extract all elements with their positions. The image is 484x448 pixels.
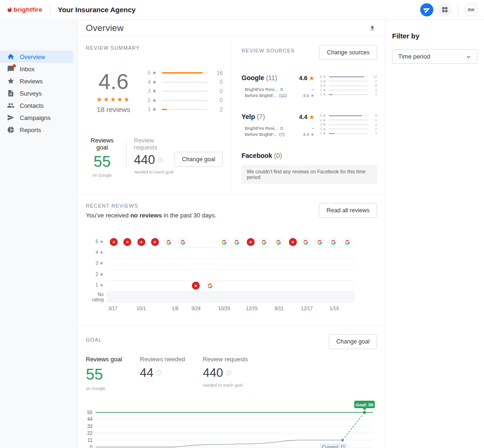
reviews-goal-stat: Reviews goal 55 on Google	[86, 137, 119, 178]
goal-stat-number: 55	[86, 366, 103, 383]
recent-reviews-chart: 5 ★4 ★3 ★2 ★1 ★No rating✳✳✳✳✳✳✳3/1710/11…	[86, 237, 377, 314]
sources-list: Google (11)4.6 ★BrightFire Revi...0–Befo…	[242, 74, 377, 184]
star-icon: ★	[103, 96, 110, 103]
google-review-icon[interactable]	[206, 282, 214, 290]
goal-stats: Reviews goal55on GoogleReviews needed44?…	[86, 356, 377, 391]
yelp-review-icon[interactable]: ✳	[123, 238, 131, 246]
google-review-icon[interactable]	[260, 238, 268, 246]
mini-bar-row: 3 ★0	[320, 83, 377, 88]
rr-x-tick: 12/15	[246, 306, 257, 311]
google-review-icon[interactable]	[329, 238, 337, 246]
goal-stat-value: 44?	[140, 366, 185, 380]
send-campaign-button[interactable]	[420, 3, 433, 16]
mini-bar-value: 0	[371, 79, 377, 83]
subrow-label: BrightFire Revi...	[245, 126, 278, 131]
sidebar-item-label: Reports	[20, 127, 41, 134]
mini-bar-value: 1	[371, 92, 377, 97]
goal-stat-sublabel: on Google	[86, 386, 122, 391]
google-review-icon[interactable]	[275, 238, 283, 246]
sidebar-item-surveys[interactable]: Surveys	[0, 87, 73, 99]
rating-bar-track	[162, 109, 208, 110]
goal-stat-value: 55	[86, 366, 122, 383]
rating-bar-track	[162, 82, 208, 83]
star-icon: ★	[110, 96, 117, 103]
google-review-icon[interactable]	[179, 238, 187, 246]
mini-bar-track	[329, 115, 368, 116]
filter-panel: Filter by Time period	[386, 20, 484, 448]
goal-stat-1: Reviews needed44?	[140, 356, 185, 391]
rating-bar-row: 2 ★0	[148, 96, 223, 105]
google-review-icon[interactable]	[302, 238, 310, 246]
star-icon: ★	[310, 93, 314, 98]
source-name-row: Yelp (7)4.4 ★	[242, 113, 314, 120]
rr-row-label: 4 ★	[86, 250, 104, 255]
help-icon[interactable]: ?	[156, 370, 161, 375]
yelp-review-icon[interactable]: ✳	[151, 238, 159, 246]
paper-plane-icon	[422, 5, 431, 15]
sidebar-item-contacts[interactable]: Contacts	[0, 99, 73, 112]
brightfire-logo[interactable]: brightfire	[7, 6, 42, 13]
yelp-review-icon[interactable]: ✳	[289, 238, 297, 246]
help-icon[interactable]: ?	[226, 370, 231, 375]
rating-bar-label: 4 ★	[148, 79, 160, 85]
current-point	[341, 439, 344, 441]
source-subrow: BrightFire Revi...0–	[245, 126, 314, 132]
google-review-icon[interactable]	[220, 238, 228, 246]
help-icon[interactable]: ?	[158, 157, 163, 163]
sidebar-item-reports[interactable]: Reports	[0, 124, 73, 136]
review-requests-stat: Review requests 440? needed to reach goa…	[134, 137, 175, 174]
source-name: Google (11)	[242, 74, 277, 82]
yelp-review-icon[interactable]: ✳	[110, 238, 118, 246]
avatar[interactable]: BW	[465, 3, 477, 16]
source-mini-chart: 5 ★64 ★03 ★02 ★01 ★1	[320, 113, 377, 136]
source-facebook: Facebook (0)We couldn’t find any reviews…	[242, 152, 377, 184]
mini-bar-track	[329, 133, 368, 134]
read-all-reviews-button[interactable]: Read all reviews	[319, 203, 377, 218]
rating-bar-label: 2 ★	[148, 97, 160, 104]
change-sources-button[interactable]: Change sources	[319, 45, 377, 60]
goal-change-goal-button[interactable]: Change goal	[329, 334, 377, 349]
google-review-icon[interactable]	[343, 238, 351, 246]
mini-bar-label: 1 ★	[320, 131, 328, 135]
apps-button[interactable]	[438, 3, 451, 16]
apps-grid-icon	[441, 6, 448, 13]
time-period-value: Time period	[398, 53, 430, 60]
sidebar-item-campaigns[interactable]: Campaigns	[0, 112, 73, 124]
star-icon: ★	[99, 283, 104, 288]
rr-gridline	[107, 247, 355, 248]
goal-stat-number: 440	[203, 366, 223, 380]
google-review-icon[interactable]	[165, 238, 173, 246]
google-review-icon[interactable]	[233, 238, 241, 246]
total-reviews: 18 reviews	[86, 105, 141, 113]
subrow-rating: –	[312, 87, 314, 92]
progress-line	[96, 440, 343, 447]
time-period-dropdown[interactable]: Time period	[392, 49, 477, 64]
rr-x-tick: 3/17	[108, 306, 117, 311]
download-report-button[interactable]	[368, 23, 377, 33]
mini-bar-value: 0	[371, 118, 377, 122]
recent-reviews-summary: You’ve received no reviews in the past 3…	[86, 212, 216, 219]
current-label: Current: 11	[322, 445, 346, 448]
sidebar-item-inbox[interactable]: Inbox	[0, 63, 73, 75]
rating-bar-track	[162, 90, 208, 92]
subrow-rating: 4.4 ★	[303, 132, 314, 137]
yelp-review-icon[interactable]: ✳	[192, 282, 200, 290]
google-review-icon[interactable]	[316, 238, 324, 246]
rr-row-label: 5 ★	[86, 239, 104, 244]
yelp-review-icon[interactable]: ✳	[137, 238, 145, 246]
mini-bar-track	[329, 76, 368, 77]
mini-bar-value: 0	[371, 127, 377, 131]
sidebar-item-overview[interactable]: Overview	[0, 51, 73, 63]
reviews-goal-value: 55	[86, 153, 119, 171]
subrow-count: 0	[280, 126, 283, 131]
sidebar-item-reviews[interactable]: Reviews	[0, 75, 73, 87]
source-google: Google (11)4.6 ★BrightFire Revi...0–Befo…	[242, 74, 377, 99]
goal-divider	[126, 139, 127, 168]
rating-bar-row: 1 ★2	[148, 105, 223, 114]
mini-bar-value: 0	[371, 122, 377, 127]
star-icon: ★	[97, 96, 104, 103]
logo-text: brightfire	[14, 6, 42, 13]
rr-row-label: 2 ★	[86, 272, 104, 277]
change-goal-button[interactable]: Change goal	[174, 152, 223, 167]
yelp-review-icon[interactable]: ✳	[247, 238, 255, 246]
